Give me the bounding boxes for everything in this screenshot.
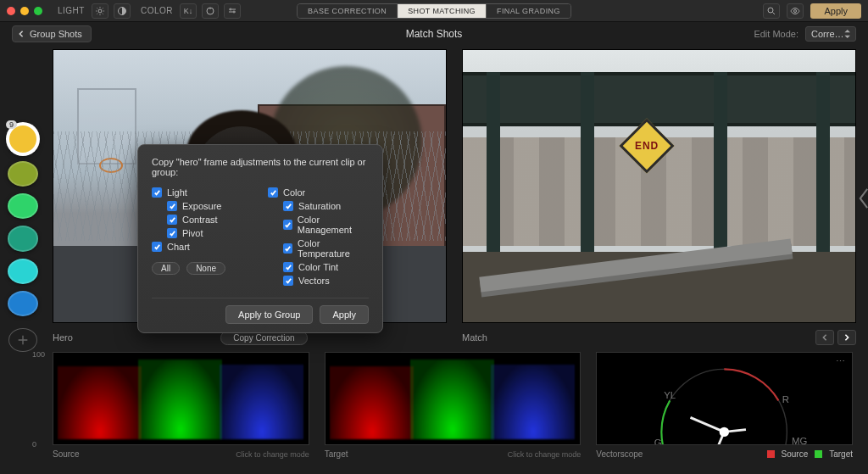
apply-to-group-button[interactable]: Apply to Group [225,305,313,324]
expand-panel-handle[interactable] [858,187,868,212]
svg-text:YL: YL [665,390,676,400]
source-parade[interactable] [53,352,309,445]
copy-correction-popover: Copy "hero" frame adjustments to the cur… [137,144,383,333]
check-pivot[interactable]: Pivot [152,226,253,240]
tab-base-correction[interactable]: BASE CORRECTION [298,4,398,18]
match-label: Match [462,332,487,343]
temperature-icon[interactable]: K↓ [180,3,197,19]
select-none-button[interactable]: None [186,262,225,275]
check-exposure[interactable]: Exposure [152,199,253,213]
vectorscope-legend: Source Target [767,449,853,459]
check-color-management[interactable]: Color Management [268,213,369,237]
apply-button[interactable]: Apply [810,3,861,19]
color-palette: 9 [0,46,46,352]
contrast-icon[interactable] [114,3,131,19]
search-icon[interactable] [763,3,780,19]
source-mode-hint[interactable]: Click to change mode [236,450,309,459]
page-title: Match Shots [406,28,463,40]
edit-mode-label: Edit Mode: [754,29,798,39]
swatch-4[interactable] [8,226,38,251]
workspace: 9 [0,46,868,352]
target-scope-label: Target [325,449,348,459]
svg-text:R: R [782,394,789,404]
window-controls [7,7,42,15]
vectorscope-label: Vectorscope [596,449,643,459]
window-close-button[interactable] [7,7,15,15]
swatch-5[interactable] [8,259,38,284]
svg-point-3 [768,8,773,13]
source-scope: 100 0 Source Click to change mode [53,352,309,460]
select-all-button[interactable]: All [152,262,180,275]
top-toolbar: LIGHT COLOR K↓ BASE CORRECTION SHOT MATC… [0,0,868,22]
svg-point-12 [720,427,729,437]
popover-apply-button[interactable]: Apply [320,305,369,324]
preview-eye-icon[interactable] [787,3,804,19]
svg-text:MG: MG [792,436,807,445]
swatch-badge: 9 [6,120,17,129]
window-minimize-button[interactable] [20,7,29,15]
source-scope-label: Source [53,449,80,459]
check-saturation[interactable]: Saturation [268,199,369,213]
popover-left-column: Light Exposure Contrast Pivot Chart All … [152,186,253,287]
match-next-button[interactable] [837,330,856,345]
check-color[interactable]: Color [268,186,369,199]
popover-right-column: Color Saturation Color Management Color … [268,186,369,287]
svg-text:G: G [654,438,662,445]
check-vectors[interactable]: Vectors [268,274,369,287]
check-color-tint[interactable]: Color Tint [268,260,369,274]
tint-dial-icon[interactable] [202,3,219,19]
check-color-temperature[interactable]: Color Temperature [268,237,369,260]
popover-title: Copy "hero" frame adjustments to the cur… [152,157,369,177]
check-contrast[interactable]: Contrast [152,213,253,226]
swatch-2[interactable] [8,161,38,187]
edit-mode-select[interactable]: Corre… [805,26,856,42]
add-swatch-button[interactable] [8,328,37,352]
sub-toolbar: Group Shots Match Shots Edit Mode: Corre… [0,22,868,46]
light-section-label: LIGHT [58,6,85,15]
window-zoom-button[interactable] [34,7,42,15]
color-section-label: COLOR [141,6,173,15]
target-parade[interactable] [325,352,581,445]
check-chart[interactable]: Chart [152,240,253,254]
vectorscope: ⋯ R MG B CY G YL Vectorscope Source [596,352,853,460]
back-label: Group Shots [30,29,82,39]
hero-label: Hero [53,332,73,343]
svg-point-4 [794,9,797,12]
scopes-row: 100 0 Source Click to change mode Target… [0,352,868,469]
tab-shot-matching[interactable]: SHOT MATCHING [398,4,487,18]
vectorscope-canvas[interactable]: ⋯ R MG B CY G YL [596,352,853,445]
mode-tabs: BASE CORRECTION SHOT MATCHING FINAL GRAD… [297,3,571,19]
legend-target-swatch [815,450,822,458]
target-mode-hint[interactable]: Click to change mode [508,450,581,459]
legend-source-swatch [767,450,775,458]
swatch-6[interactable] [8,291,38,316]
swatch-3[interactable] [8,193,38,219]
match-preview[interactable]: END [462,49,856,323]
brightness-icon[interactable] [92,3,108,19]
svg-point-0 [98,9,102,13]
match-column: END Match [462,49,856,352]
check-light[interactable]: Light [152,186,253,199]
back-group-shots-button[interactable]: Group Shots [12,25,92,42]
swatch-1[interactable]: 9 [8,124,38,154]
tab-final-grading[interactable]: FINAL GRADING [487,4,570,18]
target-scope: Target Click to change mode [325,352,581,460]
sliders-icon[interactable] [224,3,241,19]
match-prev-button[interactable] [815,330,834,345]
